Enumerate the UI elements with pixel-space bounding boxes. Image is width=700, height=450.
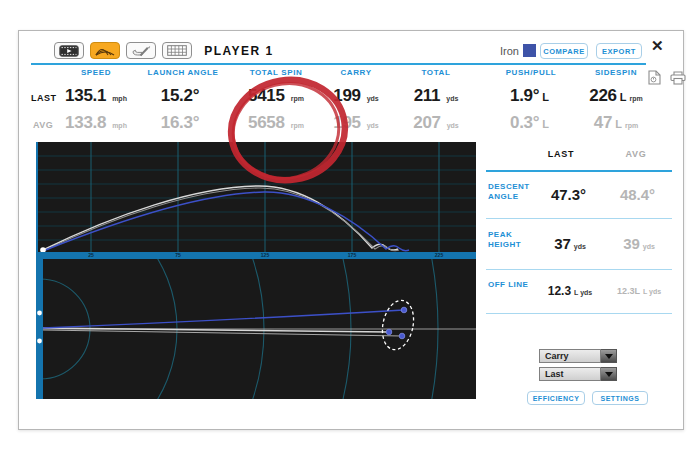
video-replay-button[interactable] — [54, 42, 84, 59]
side-col-last: LAST — [539, 149, 583, 159]
stat-avg-value: 16.3° — [143, 110, 223, 137]
club-color-swatch[interactable] — [523, 44, 536, 57]
stat-avg-value: 195yds — [316, 110, 396, 137]
side-last-value: 37yds — [534, 235, 606, 252]
tee-marker-2 — [37, 339, 42, 344]
stat-column-total: TOTAL 211yds 207yds — [396, 68, 476, 137]
stat-avg-value: 207yds — [396, 110, 476, 137]
header-divider — [31, 63, 646, 65]
svg-text:25: 25 — [88, 252, 94, 258]
side-last-value: 12.3L yds — [534, 284, 606, 298]
shot-dropdown-value[interactable]: Last — [539, 367, 601, 381]
side-divider — [486, 218, 672, 219]
close-icon[interactable]: ✕ — [651, 38, 664, 53]
pdf-report-icon[interactable] — [648, 70, 661, 85]
trajectory-icon — [95, 45, 116, 56]
metric-dropdown[interactable]: Carry — [539, 349, 617, 363]
stat-column-speed: SPEED 135.1mph 133.8mph — [56, 68, 136, 137]
stat-last-value: 226Lrpm — [576, 83, 656, 110]
screen: PLAYER 1 Iron COMPARE EXPORT ✕ LAST AVG … — [0, 0, 700, 450]
printer-icon[interactable] — [670, 71, 686, 85]
stat-header: SIDESPIN — [576, 68, 656, 83]
stat-header: TOTAL — [396, 68, 476, 83]
side-avg-value: 12.3LL yds — [603, 286, 675, 296]
stat-avg-value: 0.3°L — [491, 110, 571, 137]
side-divider — [486, 313, 672, 314]
stat-column-sidespin: SIDESPIN 226Lrpm 47Lrpm — [576, 68, 656, 137]
stat-column-launch-angle: LAUNCH ANGLE 15.2° 16.3° — [143, 68, 223, 137]
chevron-down-icon[interactable] — [601, 367, 617, 381]
launch-monitor-window: PLAYER 1 Iron COMPARE EXPORT ✕ LAST AVG … — [18, 30, 684, 430]
stat-last-value: 135.1mph — [56, 83, 136, 110]
stat-last-value: 15.2° — [143, 83, 223, 110]
stat-avg-value: 47Lrpm — [576, 110, 656, 137]
side-row-label: PEAK HEIGHT — [488, 230, 540, 251]
stat-last-value: 1.9°L — [491, 83, 571, 110]
dispersion-chart — [36, 259, 476, 403]
stat-header: TOTAL SPIN — [236, 68, 316, 83]
side-row-peak-height: PEAK HEIGHT 37yds 39yds — [486, 226, 672, 266]
view-toolbar — [54, 42, 192, 59]
stat-header: PUSH/PULL — [491, 68, 571, 83]
row-label-last: LAST — [31, 93, 57, 103]
side-row-descent-angle: DESCENT ANGLE 47.3° 48.4° — [486, 178, 672, 217]
side-avg-value: 39yds — [603, 235, 675, 252]
shot-dropdown[interactable]: Last — [539, 367, 617, 381]
stat-header: SPEED — [56, 68, 136, 83]
side-divider — [486, 269, 672, 270]
stat-avg-value: 133.8mph — [56, 110, 136, 137]
launch-point — [40, 247, 46, 253]
stat-column-total-spin: TOTAL SPIN 5415rpm 5658rpm — [236, 68, 316, 137]
svg-text:175: 175 — [348, 252, 357, 258]
trajectory-chart: 25 75 125 175 225 — [36, 142, 476, 263]
side-header-divider — [486, 170, 672, 172]
side-avg-value: 48.4° — [603, 186, 675, 203]
side-last-value: 47.3° — [534, 186, 606, 203]
club-label: Iron — [481, 45, 519, 57]
export-button[interactable]: EXPORT — [596, 43, 642, 59]
stat-column-push-pull: PUSH/PULL 1.9°L 0.3°L — [491, 68, 571, 137]
stat-column-carry: CARRY 199yds 195yds — [316, 68, 396, 137]
tee-marker-1 — [37, 311, 42, 316]
settings-button[interactable]: SETTINGS — [592, 391, 648, 405]
video-replay-icon — [59, 45, 79, 57]
svg-text:225: 225 — [435, 252, 444, 258]
club-editor-button[interactable] — [126, 42, 156, 59]
stat-header: CARRY — [316, 68, 396, 83]
side-row-off-line: OFF LINE 12.3L yds 12.3LL yds — [486, 276, 672, 311]
chevron-down-icon[interactable] — [601, 349, 617, 363]
trajectory-view-button[interactable] — [90, 42, 120, 59]
svg-text:75: 75 — [175, 252, 181, 258]
club-editor-icon — [131, 45, 151, 57]
side-row-label: DESCENT ANGLE — [488, 182, 540, 203]
side-row-label: OFF LINE — [488, 280, 540, 290]
stat-avg-value: 5658rpm — [236, 110, 316, 137]
stat-last-value: 211yds — [396, 83, 476, 110]
distance-axis — [36, 252, 476, 259]
efficiency-button[interactable]: EFFICIENCY — [527, 391, 585, 405]
stat-last-value: 199yds — [316, 83, 396, 110]
compare-button[interactable]: COMPARE — [540, 43, 588, 59]
metric-dropdown-value[interactable]: Carry — [539, 349, 601, 363]
row-label-avg: AVG — [33, 120, 53, 130]
stat-header: LAUNCH ANGLE — [143, 68, 223, 83]
side-col-avg: AVG — [614, 149, 658, 159]
page-title: PLAYER 1 — [179, 44, 299, 58]
svg-text:125: 125 — [261, 252, 270, 258]
stat-last-value: 5415rpm — [236, 83, 316, 110]
tee-axis — [36, 259, 43, 399]
